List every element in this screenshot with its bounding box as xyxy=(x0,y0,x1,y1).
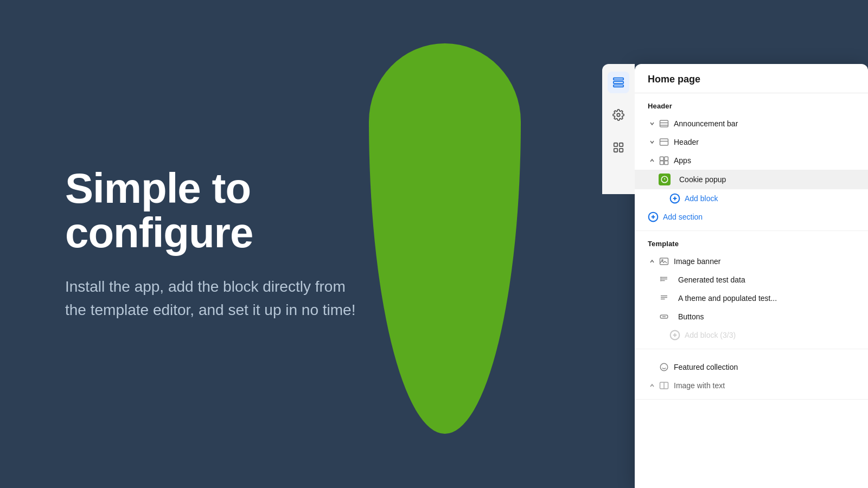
add-block-limited-button: Add block (3/3) xyxy=(635,326,868,344)
svg-point-26 xyxy=(660,277,661,278)
cookie-popup-icon xyxy=(659,174,671,185)
buttons-icon xyxy=(659,311,669,322)
svg-rect-2 xyxy=(614,85,623,87)
theme-populated-label: A theme and populated test... xyxy=(678,294,855,303)
svg-rect-8 xyxy=(660,120,668,127)
svg-rect-5 xyxy=(620,143,623,146)
image-with-text-label: Image with text xyxy=(674,381,855,390)
add-block-button[interactable]: Add block xyxy=(635,189,868,208)
header-item-icon xyxy=(659,137,669,147)
add-section-button[interactable]: Add section xyxy=(635,208,868,226)
svg-point-37 xyxy=(660,363,668,371)
add-block-plus-icon xyxy=(669,193,680,204)
image-banner-icon xyxy=(659,256,669,267)
svg-rect-7 xyxy=(620,149,623,152)
panel-title: Home page xyxy=(648,74,700,85)
generated-test-data-icon xyxy=(659,274,669,285)
sidebar-icons-strip xyxy=(602,64,635,194)
apps-item[interactable]: Apps xyxy=(635,151,868,170)
svg-point-27 xyxy=(660,278,661,279)
header-section-group: Header Announcement bar xyxy=(635,93,868,231)
add-section-plus-icon xyxy=(648,211,659,222)
announcement-bar-item[interactable]: Announcement bar xyxy=(635,114,868,133)
template-section-label: Template xyxy=(635,240,868,252)
header-item-chevron xyxy=(648,138,656,146)
header-item-label: Header xyxy=(674,138,855,146)
svg-point-3 xyxy=(617,113,620,117)
svg-rect-13 xyxy=(660,157,664,160)
apps-grid-icon-button[interactable] xyxy=(608,137,629,158)
image-banner-label: Image banner xyxy=(674,257,855,266)
main-heading: Simple to configure xyxy=(65,166,407,255)
featured-collection-item[interactable]: Featured collection xyxy=(635,358,868,376)
svg-rect-1 xyxy=(614,81,623,84)
image-banner-chevron xyxy=(648,257,656,266)
svg-point-25 xyxy=(662,260,663,261)
svg-rect-16 xyxy=(665,161,668,165)
settings-icon-button[interactable] xyxy=(608,104,629,126)
announcement-bar-chevron xyxy=(648,119,656,128)
image-banner-item[interactable]: Image banner xyxy=(635,252,868,271)
image-with-text-icon xyxy=(659,380,669,391)
sub-text: Install the app, add the block directly … xyxy=(65,275,369,322)
svg-rect-11 xyxy=(660,139,668,145)
apps-chevron xyxy=(648,156,656,165)
layers-icon-button[interactable] xyxy=(608,72,629,93)
announcement-bar-label: Announcement bar xyxy=(674,119,844,128)
header-section-label: Header xyxy=(635,102,868,114)
svg-rect-6 xyxy=(614,149,617,152)
add-block-limited-label: Add block (3/3) xyxy=(685,331,736,339)
cookie-popup-label: Cookie popup xyxy=(679,175,855,184)
svg-rect-4 xyxy=(614,143,617,146)
add-section-label: Add section xyxy=(663,213,703,221)
add-block-label: Add block xyxy=(685,194,718,203)
buttons-label: Buttons xyxy=(678,312,855,321)
right-panel: Home page Header Announcement bar xyxy=(635,64,868,488)
featured-collection-label: Featured collection xyxy=(674,363,855,371)
svg-rect-0 xyxy=(614,78,623,80)
panel-header: Home page xyxy=(635,64,868,93)
template-section-group: Template Image banner xyxy=(635,231,868,349)
svg-rect-14 xyxy=(665,157,668,160)
cookie-popup-item[interactable]: Cookie popup xyxy=(635,170,868,189)
featured-collection-group: Featured collection Image with text xyxy=(635,349,868,400)
theme-populated-icon xyxy=(659,293,669,304)
apps-item-label: Apps xyxy=(674,156,855,165)
announcement-bar-icon xyxy=(659,118,669,129)
theme-populated-item[interactable]: A theme and populated test... xyxy=(635,289,868,307)
header-item[interactable]: Header xyxy=(635,133,868,151)
apps-item-icon xyxy=(659,155,669,166)
panel-content: Header Announcement bar xyxy=(635,93,868,488)
image-with-text-item[interactable]: Image with text xyxy=(635,376,868,395)
generated-test-data-item[interactable]: Generated test data xyxy=(635,271,868,289)
add-block-limited-icon xyxy=(669,330,680,341)
svg-rect-15 xyxy=(660,161,664,165)
featured-collection-chevron xyxy=(648,363,656,371)
svg-point-28 xyxy=(660,280,661,281)
buttons-item[interactable]: Buttons xyxy=(635,307,868,326)
image-with-text-chevron xyxy=(648,381,656,390)
generated-test-data-label: Generated test data xyxy=(678,275,855,284)
featured-collection-icon xyxy=(659,362,669,373)
